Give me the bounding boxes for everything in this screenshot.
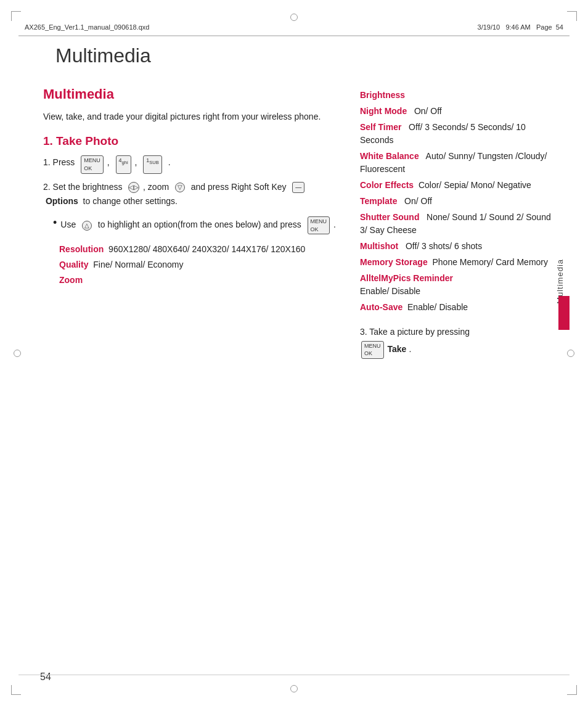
sep-line-bottom <box>18 675 570 675</box>
step-1-num: 1. Press <box>43 155 77 173</box>
step-3: 3. Take a picture by pressing MENUOK Tak… <box>360 325 551 359</box>
main-content: Multimedia View, take, and trade your di… <box>43 86 551 663</box>
btn-4ghi: 4ghi <box>116 155 131 173</box>
right-option-shuttersound: Shutter Sound None/ Sound 1/ Sound 2/ So… <box>360 211 551 237</box>
right-option-alltelmypics: AlltelMyPics Reminder Enable/ Disable <box>360 272 551 298</box>
section-intro: View, take, and trade your digital pictu… <box>43 110 341 123</box>
btn-menu-ok-2: MENUOK <box>308 216 330 234</box>
options-list: Resolution 960X1280/ 480X640/ 240X320/ 1… <box>43 243 341 287</box>
option-quality: Quality Fine/ Normal/ Economy <box>53 258 341 271</box>
page-title-large: Multimedia <box>55 44 151 67</box>
option-zoom: Zoom <box>53 274 341 287</box>
reg-mark-bl <box>11 685 21 695</box>
right-option-nightmode: Night Mode On/ Off <box>360 105 551 118</box>
sep-line-top <box>18 36 570 36</box>
header-datetime: 3/19/10 9:46 AM Page 54 <box>478 23 563 31</box>
btn-nav: △ <box>82 221 92 231</box>
reg-circle-bottom <box>290 685 298 692</box>
header-bar: AX265_Eng_Ver1.1_manual_090618.qxd 3/19/… <box>18 18 570 36</box>
right-option-autosave: Auto-Save Enable/ Disable <box>360 301 551 314</box>
btn-menu-ok-3: MENUOK <box>361 341 384 359</box>
reg-circle-left <box>14 350 21 357</box>
bullet-item: • Use △ to highlight an option(from the … <box>43 216 341 234</box>
option-resolution: Resolution 960X1280/ 480X640/ 240X320/ 1… <box>53 243 341 256</box>
btn-zoom: ▽ <box>175 183 185 192</box>
right-option-template: Template On/ Off <box>360 195 551 208</box>
subsection-heading: 1. Take Photo <box>43 134 341 148</box>
left-column: Multimedia View, take, and trade your di… <box>43 86 341 663</box>
bullet-dot: • <box>53 216 57 234</box>
page-number: 54 <box>40 671 51 683</box>
right-option-selftimer: Self Timer Off/ 3 Seconds/ 5 Seconds/ 10… <box>360 121 551 147</box>
btn-brightness: ◁▷ <box>128 182 139 193</box>
right-option-brightness: Brightness <box>360 89 551 102</box>
reg-mark-br <box>567 685 577 695</box>
right-column: Brightness Night Mode On/ Off Self Timer… <box>360 86 551 663</box>
right-option-whitebalance: White Balance Auto/ Sunny/ Tungsten /Clo… <box>360 150 551 176</box>
btn-1sub: 1SUB <box>143 155 161 173</box>
right-options-list: Brightness Night Mode On/ Off Self Timer… <box>360 89 551 314</box>
reg-circle-right <box>567 350 574 357</box>
right-option-memorystorage: Memory Storage Phone Memory/ Card Memory <box>360 256 551 269</box>
step-2: 2. Set the brightness ◁▷ , zoom ▽ and pr… <box>43 180 341 210</box>
right-option-multishot: Multishot Off/ 3 shots/ 6 shots <box>360 240 551 253</box>
btn-options-key: — <box>292 182 304 193</box>
btn-menu-ok-1: MENUOK <box>81 155 104 173</box>
step-1: 1. Press MENUOK , 4ghi , 1SUB . <box>43 155 341 173</box>
sidebar-red-bar <box>558 296 570 330</box>
section-heading: Multimedia <box>43 86 341 102</box>
right-option-coloreffects: Color Effects Color/ Sepia/ Mono/ Negati… <box>360 179 551 192</box>
header-filename: AX265_Eng_Ver1.1_manual_090618.qxd <box>25 23 149 31</box>
